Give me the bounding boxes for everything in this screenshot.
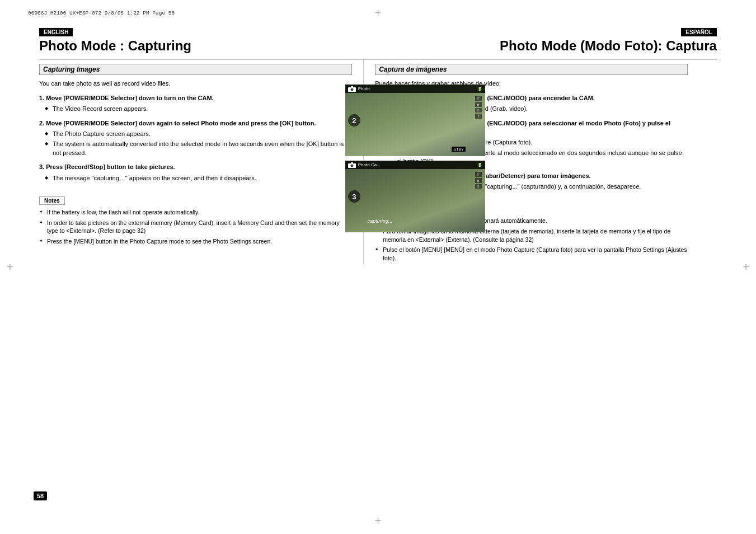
ctrl-1: ▽ xyxy=(475,96,482,101)
step-3-bullet-1-en: The message "capturing…" appears on the … xyxy=(45,174,352,182)
cam-step-number-2: 3 xyxy=(348,190,360,203)
cam-step-number-1: 2 xyxy=(348,114,360,127)
section-heading-es: Captura de imágenes xyxy=(375,64,688,75)
main-columns: Capturing Images You can take photo as w… xyxy=(17,59,739,264)
notes-list-en: If the battery is low, the flash will no… xyxy=(39,208,352,246)
cam-bg-2 xyxy=(345,161,485,232)
cam-battery-icon-2: 🔋 xyxy=(477,163,482,167)
step-3-bullets-en: The message "capturing…" appears on the … xyxy=(45,174,352,182)
step-1-en: 1. Move [POWER/MODE Selector] down to tu… xyxy=(39,94,352,114)
step-3-title-en: 3. Press [Record/Stop] button to take pi… xyxy=(39,163,352,171)
page-title-english: Photo Mode : Capturing xyxy=(39,39,364,53)
camera-image-1: Photo 🔋 2 ▽ ◈ ≡ ⋮ STBY xyxy=(345,85,485,156)
page-container: 00906J M2100 UK+ESP-072 9/8/05 1:22 PM P… xyxy=(0,0,756,534)
step-3-en: 3. Press [Record/Stop] button to take pi… xyxy=(39,163,352,182)
lang-badge-english: ENGLISH xyxy=(39,28,73,36)
ctrl-2-3: ≡ xyxy=(475,184,482,189)
reg-mark-top: + xyxy=(375,7,382,20)
notes-section-en: Notes If the battery is low, the flash w… xyxy=(39,188,352,246)
lang-badge-espanol: ESPAÑOL xyxy=(681,28,717,36)
steps-list-en: 1. Move [POWER/MODE Selector] down to tu… xyxy=(39,94,352,182)
left-column: Capturing Images You can take photo as w… xyxy=(39,59,358,264)
step-2-en: 2. Move [POWER/MODE Selector] down again… xyxy=(39,119,352,158)
stby-badge-1: STBY xyxy=(452,147,465,152)
page-number: 58 xyxy=(34,491,47,500)
svg-point-2 xyxy=(351,89,353,91)
ctrl-2-2: ◈ xyxy=(475,178,482,183)
cam-mode-label-2: Photo Ca... xyxy=(358,162,381,167)
reg-mark-right: + xyxy=(743,261,749,274)
ctrl-3: ≡ xyxy=(475,108,482,113)
step-2-title-en: 2. Move [POWER/MODE Selector] down again… xyxy=(39,119,352,128)
cam-right-icons-1: 🔋 xyxy=(477,87,482,91)
step-2-bullets-en: The Photo Capture screen appears. The sy… xyxy=(45,130,352,157)
cam-controls-2: ▽ ◈ ≡ xyxy=(475,172,482,189)
right-header: ESPAÑOL Photo Mode (Modo Foto): Captura xyxy=(392,28,717,59)
ctrl-4: ⋮ xyxy=(475,114,482,119)
reg-mark-bottom: + xyxy=(375,514,382,527)
cam-bg-1 xyxy=(345,85,485,156)
svg-point-5 xyxy=(351,165,353,167)
cam-mode-label-1: Photo xyxy=(358,86,370,91)
camera-image-2: Photo Ca... 🔋 3 capturing... ▽ ◈ ≡ xyxy=(345,161,485,232)
capturing-label: capturing... xyxy=(368,218,393,224)
ctrl-2-1: ▽ xyxy=(475,172,482,177)
note-1-en: If the battery is low, the flash will no… xyxy=(39,208,352,217)
camera-icon-2 xyxy=(348,162,356,168)
intro-text-en: You can take photo as well as record vid… xyxy=(39,79,352,88)
page-title-espanol: Photo Mode (Modo Foto): Captura xyxy=(392,39,717,53)
cam-battery-icon: 🔋 xyxy=(477,87,482,91)
ctrl-2: ◈ xyxy=(475,102,482,107)
header-row: ENGLISH Photo Mode : Capturing ESPAÑOL P… xyxy=(17,28,739,59)
notes-label-en: Notes xyxy=(39,196,65,205)
step-2-bullet-2-en: The system is automatically converted in… xyxy=(45,140,352,157)
note-3-en: Press the [MENU] button in the Photo Cap… xyxy=(39,237,352,246)
note-3-es: Pulse el botón [MENU] [MENÚ] en el modo … xyxy=(375,246,688,262)
section-heading-en: Capturing Images xyxy=(39,64,352,75)
cam-top-bar-2: Photo Ca... 🔋 xyxy=(345,161,485,169)
step-1-bullet-1-en: The Video Record screen appears. xyxy=(45,105,352,113)
step-1-bullets-en: The Video Record screen appears. xyxy=(45,105,352,113)
camera-icon-1 xyxy=(348,86,356,92)
note-2-en: In order to take pictures on the externa… xyxy=(39,219,352,235)
cam-controls-1: ▽ ◈ ≡ ⋮ xyxy=(475,96,482,119)
reg-mark-left: + xyxy=(7,261,13,274)
file-info: 00906J M2100 UK+ESP-072 9/8/05 1:22 PM P… xyxy=(28,10,175,16)
left-header: ENGLISH Photo Mode : Capturing xyxy=(39,28,364,59)
step-2-bullet-1-en: The Photo Capture screen appears. xyxy=(45,130,352,138)
camera-images-area: Photo 🔋 2 ▽ ◈ ≡ ⋮ STBY xyxy=(345,85,496,232)
step-1-title-en: 1. Move [POWER/MODE Selector] down to tu… xyxy=(39,94,352,102)
cam-top-bar-1: Photo 🔋 xyxy=(345,85,485,93)
cam-right-icons-2: 🔋 xyxy=(477,163,482,167)
